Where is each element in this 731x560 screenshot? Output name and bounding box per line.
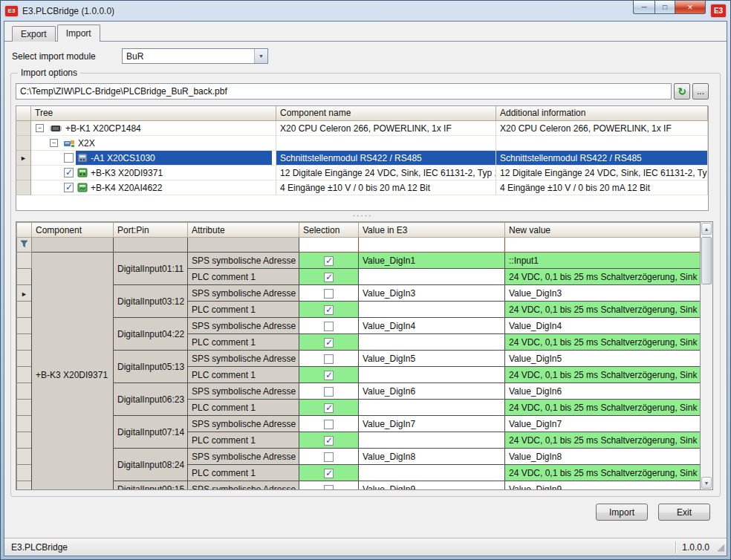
scroll-down-button[interactable]: ▼ [701,477,712,489]
tree-cell[interactable]: −X2X [31,136,276,151]
mapping-column-header-1[interactable]: Port:Pin [114,223,188,238]
selection-checkbox[interactable] [324,338,334,348]
selection-cell[interactable] [299,285,359,302]
splitter-handle[interactable]: ····· [16,211,709,221]
selection-checkbox[interactable] [324,289,334,299]
import-button[interactable]: Import [596,504,648,521]
selection-checkbox[interactable] [324,256,334,266]
maximize-button[interactable]: □ [654,1,675,14]
filter-icon [20,240,28,248]
tree-node: +B-K3 X20DI9371 [76,166,272,180]
scrollbar-track[interactable] [701,235,712,476]
tree-table-body: −+B-K1 X20CP1484X20 CPU Celeron 266, POW… [16,121,708,195]
new-value-cell: 24 VDC, 0,1 bis 25 ms Schaltverzögerung,… [505,465,701,481]
tree-row[interactable]: ►-A1 X20CS1030Schnittstellenmodul RS422 … [16,151,708,166]
tree-row[interactable]: −+B-K1 X20CP1484X20 CPU Celeron 266, POW… [16,121,708,136]
vertical-scrollbar[interactable]: ▲ ▼ [700,222,712,489]
tree-cell[interactable]: −+B-K1 X20CP1484 [31,121,276,136]
scroll-up-button[interactable]: ▲ [701,223,712,235]
filter-cell-value[interactable] [359,238,505,253]
mapping-column-header-3[interactable]: Selection [299,223,359,238]
selection-checkbox[interactable] [324,452,334,462]
selection-checkbox[interactable] [324,436,334,446]
tree-row[interactable]: +B-K3 X20DI937112 Digitale Eingänge 24 V… [16,166,708,180]
filter-cell-port[interactable] [114,238,188,253]
tree-checkbox[interactable] [64,153,74,163]
value-in-e3-cell [359,432,505,449]
attribute-cell: PLC comment 1 [188,269,299,285]
mapping-column-header-5[interactable]: New value [505,223,701,238]
attribute-cell: SPS symbolische Adresse [188,285,299,302]
mapping-column-header-2[interactable]: Attribute [188,223,299,238]
filter-cell-component[interactable] [32,238,114,253]
scrollbar-thumb[interactable] [701,237,712,284]
minimize-button[interactable]: ─ [633,1,654,14]
selection-cell[interactable] [299,318,359,334]
tree-checkbox[interactable] [64,168,74,178]
selection-cell[interactable] [299,465,359,481]
selection-checkbox[interactable] [324,322,334,331]
selection-checkbox[interactable] [324,371,334,380]
caption-buttons: ─ □ × [633,1,706,14]
tree-column-header-2[interactable]: Additional information [496,106,708,121]
tree-collapse-icon[interactable]: − [50,139,58,147]
tree-row[interactable]: −X2X [16,136,708,151]
tree-cell[interactable]: +B-K4 X20AI4622 [31,180,276,195]
selection-cell[interactable] [299,449,359,465]
selection-checkbox[interactable] [324,403,334,413]
selection-cell[interactable] [299,416,359,432]
filter-cell-new-value[interactable] [505,238,701,253]
selection-checkbox[interactable] [324,273,334,282]
tree-cell[interactable]: -A1 X20CS1030 [31,151,276,166]
tab-export[interactable]: Export [12,26,56,42]
selection-cell[interactable] [299,334,359,351]
tree-column-header-1[interactable]: Component name [276,106,496,121]
value-in-e3-cell: Value_DigIn7 [359,416,505,432]
selection-cell[interactable] [299,481,359,490]
filter-cell-selection[interactable] [299,238,359,253]
tab-import[interactable]: Import [57,25,100,42]
mapping-column-header-0[interactable]: Component [32,223,114,238]
mapping-column-header-4[interactable]: Value in E3 [359,223,505,238]
new-value-cell: Value_DigIn7 [505,416,701,432]
tree-column-header-0[interactable]: Tree [31,106,276,121]
value-in-e3-cell: Value_DigIn5 [359,351,505,367]
attribute-cell: SPS symbolische Adresse [188,449,299,465]
selection-cell[interactable] [299,432,359,449]
tree-cell[interactable]: +B-K3 X20DI9371 [31,166,276,180]
resize-grip[interactable]: ◢ [717,542,724,552]
selection-checkbox[interactable] [324,354,334,364]
refresh-icon: ↻ [678,86,686,97]
attribute-cell: PLC comment 1 [188,432,299,449]
new-value-cell: 24 VDC, 0,1 bis 25 ms Schaltverzögerung,… [505,432,701,449]
exit-button[interactable]: Exit [658,504,710,521]
value-in-e3-cell: Value_DigIn6 [359,383,505,400]
selection-checkbox[interactable] [324,485,334,489]
combobox-dropdown-button[interactable]: ▼ [254,49,267,63]
browse-button[interactable]: ... [692,83,709,100]
selection-cell[interactable] [299,383,359,400]
close-button[interactable]: × [675,1,706,14]
mapping-row: DigitalInput04:22SPS symbolische Adresse… [17,318,701,334]
tree-row[interactable]: +B-K4 X20AI46224 Eingänge ±10 V / 0 bis … [16,180,708,195]
selection-cell[interactable] [299,367,359,383]
selection-cell[interactable] [299,269,359,285]
selection-checkbox[interactable] [324,420,334,429]
refresh-button[interactable]: ↻ [674,83,690,100]
mapping-row-header [17,302,32,318]
tree-collapse-icon[interactable]: − [36,124,44,132]
selection-cell[interactable] [299,351,359,367]
selection-cell[interactable] [299,400,359,416]
import-file-path-input[interactable] [16,83,672,100]
filter-cell-attribute[interactable] [188,238,299,253]
tree-checkbox[interactable] [64,183,74,192]
combobox-selected-value: BuR [123,51,254,62]
selection-cell[interactable] [299,253,359,269]
tree-row-header [16,136,31,151]
mapping-row: ►DigitalInput03:12SPS symbolische Adress… [17,285,701,302]
selection-checkbox[interactable] [324,387,334,397]
selection-checkbox[interactable] [324,469,334,478]
selection-checkbox[interactable] [324,305,334,315]
import-module-combobox[interactable]: BuR ▼ [122,48,268,64]
selection-cell[interactable] [299,302,359,318]
